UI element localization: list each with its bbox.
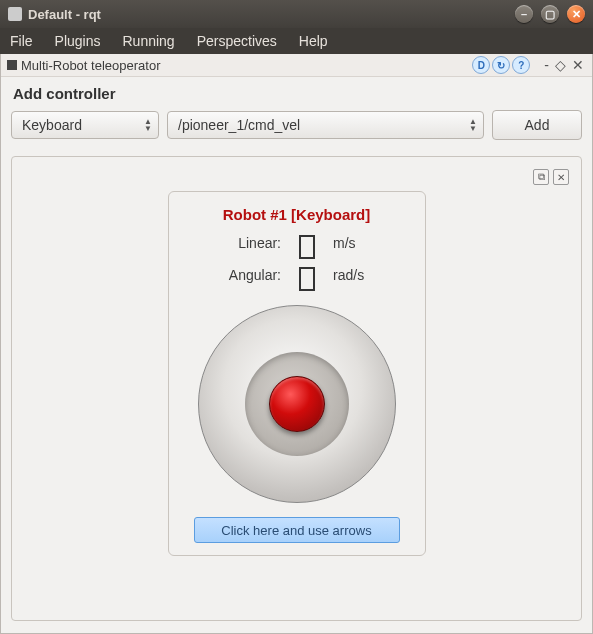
dock-icon: [7, 60, 17, 70]
menu-perspectives[interactable]: Perspectives: [197, 33, 277, 49]
menu-file[interactable]: File: [10, 33, 33, 49]
menubar: File Plugins Running Perspectives Help: [0, 28, 593, 54]
linear-label: Linear:: [229, 235, 281, 259]
robot-panel: ⧉ ✕ Robot #1 [Keyboard] Linear: m/s Angu…: [11, 156, 582, 621]
topic-select[interactable]: /pioneer_1/cmd_vel ▲▼: [167, 111, 484, 139]
angular-unit: rad/s: [333, 267, 364, 291]
angular-label: Angular:: [229, 267, 281, 291]
angular-value: [299, 267, 315, 291]
dock-float-button[interactable]: ◇: [553, 58, 568, 72]
dock-close-button[interactable]: ✕: [570, 58, 586, 72]
menu-running[interactable]: Running: [122, 33, 174, 49]
panel-popout-button[interactable]: ⧉: [533, 169, 549, 185]
panel-close-button[interactable]: ✕: [553, 169, 569, 185]
linear-unit: m/s: [333, 235, 364, 259]
close-button[interactable]: ✕: [567, 5, 585, 23]
linear-value: [299, 235, 315, 259]
velocity-readout: Linear: m/s Angular: rad/s: [229, 235, 364, 291]
menu-plugins[interactable]: Plugins: [55, 33, 101, 49]
section-label: Add controller: [11, 83, 582, 110]
robot-title: Robot #1 [Keyboard]: [223, 206, 371, 223]
window-title: Default - rqt: [28, 7, 101, 22]
app-icon: [8, 7, 22, 21]
dock-title: Multi-Robot teleoperator: [21, 58, 160, 73]
focus-hint-button[interactable]: Click here and use arrows: [194, 517, 400, 543]
chevron-updown-icon: ▲▼: [469, 118, 477, 132]
controller-type-select[interactable]: Keyboard ▲▼: [11, 111, 159, 139]
titlebar: Default - rqt – ▢ ✕: [0, 0, 593, 28]
add-button[interactable]: Add: [492, 110, 582, 140]
dock-minimize-button[interactable]: -: [542, 58, 551, 72]
topic-value: /pioneer_1/cmd_vel: [178, 117, 300, 133]
joystick-base: [245, 352, 349, 456]
reload-icon[interactable]: ↻: [492, 56, 510, 74]
dock-d-button[interactable]: D: [472, 56, 490, 74]
robot-card: Robot #1 [Keyboard] Linear: m/s Angular:…: [168, 191, 426, 556]
help-icon[interactable]: ?: [512, 56, 530, 74]
minimize-button[interactable]: –: [515, 5, 533, 23]
controller-type-value: Keyboard: [22, 117, 82, 133]
maximize-button[interactable]: ▢: [541, 5, 559, 23]
joystick[interactable]: [198, 305, 396, 503]
joystick-knob[interactable]: [269, 376, 325, 432]
menu-help[interactable]: Help: [299, 33, 328, 49]
chevron-updown-icon: ▲▼: [144, 118, 152, 132]
dock-header: Multi-Robot teleoperator D ↻ ? - ◇ ✕: [1, 54, 592, 77]
